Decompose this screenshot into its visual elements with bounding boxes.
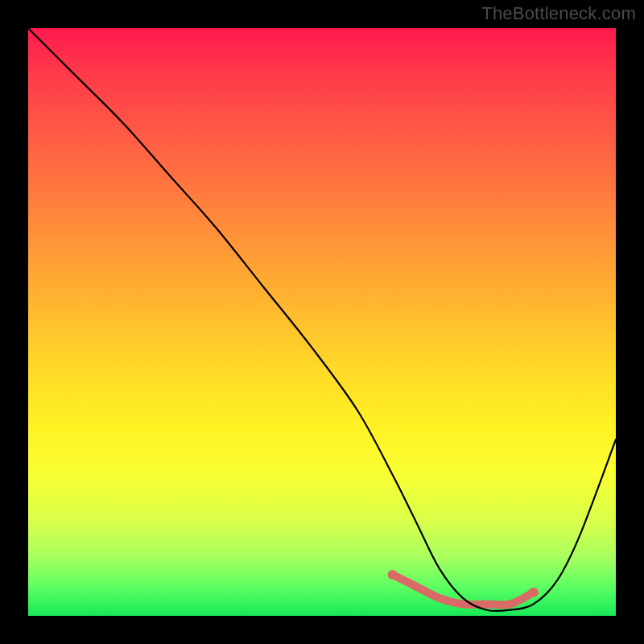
plot-area xyxy=(28,28,616,616)
curve-svg xyxy=(28,28,616,616)
watermark-text: TheBottleneck.com xyxy=(481,3,636,24)
optimal-range-end-dot xyxy=(529,588,539,597)
optimal-range-band xyxy=(393,575,534,605)
bottleneck-curve xyxy=(28,28,616,611)
optimal-range-start-dot xyxy=(388,570,398,580)
chart-frame: TheBottleneck.com xyxy=(0,0,644,644)
